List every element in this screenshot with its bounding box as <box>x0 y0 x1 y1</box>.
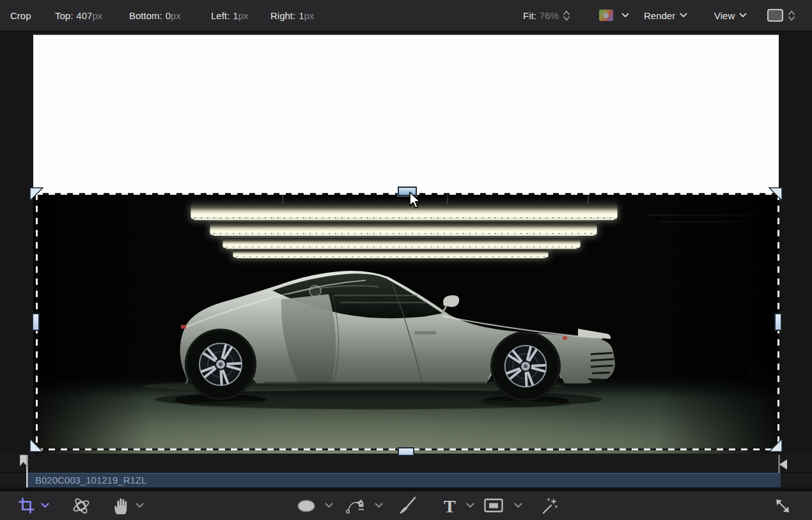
timeline-mini-strip[interactable] <box>0 454 812 473</box>
background-stepper[interactable] <box>788 0 795 31</box>
stepper-icon <box>788 10 795 21</box>
playhead-marker[interactable] <box>19 454 32 488</box>
crop-handle-bottom-right[interactable] <box>769 438 783 452</box>
canvas-background-swatch[interactable] <box>767 9 783 22</box>
clip-image-silver-car[interactable] <box>33 194 779 454</box>
channel-dot-icon <box>603 13 609 19</box>
crop-top-field[interactable]: Top: 407 px <box>55 0 102 31</box>
crop-handle-top-right[interactable] <box>769 187 783 201</box>
text-tool-icon: T <box>442 496 459 516</box>
chevron-down-icon <box>466 503 474 509</box>
expand-diagonal-icon <box>774 497 792 515</box>
clip-end-marker[interactable] <box>776 454 790 479</box>
pan-tool-menu[interactable] <box>136 491 144 520</box>
channels-menu[interactable] <box>617 0 629 31</box>
ellipse-mask-tool-button[interactable] <box>297 491 316 520</box>
crop-right-label: Right: <box>270 10 295 21</box>
crop-top-label: Top: <box>55 10 73 21</box>
view-menu-label: View <box>714 10 735 21</box>
timeline-clip-row: B020C003_101219_R1ZL <box>0 473 812 487</box>
crop-tool-menu[interactable] <box>41 491 49 520</box>
rectangle-mask-tool-button[interactable] <box>484 491 503 520</box>
crop-left-field[interactable]: Left: 1 px <box>211 0 248 31</box>
crop-right-value: 1 <box>299 10 304 21</box>
ellipse-icon <box>297 499 316 513</box>
chevron-down-icon <box>621 13 629 18</box>
svg-text:T: T <box>444 496 456 516</box>
crop-handle-bottom-center[interactable] <box>398 447 414 456</box>
crop-bottom-label: Bottom: <box>129 10 162 21</box>
rectangle-mask-icon <box>484 498 503 513</box>
crop-left-label: Left: <box>211 10 230 21</box>
crop-top-value: 407 <box>76 10 92 21</box>
timeline-clip[interactable]: B020C003_101219_R1ZL <box>27 473 781 487</box>
canvas-toolbar: T <box>0 491 812 520</box>
crop-bottom-value: 0 <box>166 10 171 21</box>
chevron-down-icon <box>136 503 144 509</box>
magic-wand-icon <box>540 496 559 516</box>
hand-icon <box>113 496 128 515</box>
hud-title: Crop <box>10 0 31 31</box>
zoom-fit-control[interactable]: Fit: 76% <box>523 0 570 31</box>
text-tool-menu[interactable] <box>466 491 474 520</box>
bezier-pen-icon <box>346 498 365 514</box>
crop-left-value: 1 <box>233 10 238 21</box>
mouse-cursor <box>409 192 423 211</box>
crop-handle-bottom-left[interactable] <box>29 438 43 452</box>
crop-icon <box>18 497 35 514</box>
render-menu-label: Render <box>644 10 675 21</box>
color-channels-swatch[interactable] <box>599 10 613 21</box>
render-menu[interactable]: Render <box>644 0 687 31</box>
orbit-3d-tool-button[interactable] <box>72 491 91 520</box>
fit-label: Fit: <box>523 10 536 21</box>
crop-handle-top-left[interactable] <box>29 187 43 201</box>
chevron-down-icon <box>514 503 522 509</box>
crop-top-unit: px <box>92 10 102 21</box>
view-menu[interactable]: View <box>714 0 747 31</box>
crop-right-unit: px <box>304 10 315 21</box>
paint-brush-icon <box>398 496 417 516</box>
chevron-down-icon <box>375 503 383 509</box>
fit-value: 76% <box>540 10 559 21</box>
crop-tool-button[interactable] <box>18 491 35 520</box>
crop-hud-bar: Crop Top: 407 px Bottom: 0 px Left: 1 px… <box>0 0 812 31</box>
chevron-down-icon <box>325 503 333 509</box>
chevron-down-icon <box>739 13 747 18</box>
crop-right-field[interactable]: Right: 1 px <box>270 0 314 31</box>
crop-handle-left-center[interactable] <box>32 313 40 331</box>
ellipse-mask-menu[interactable] <box>325 491 333 520</box>
bezier-mask-tool-button[interactable] <box>346 491 365 520</box>
crop-bottom-field[interactable]: Bottom: 0 px <box>129 0 181 31</box>
fit-stepper-icon[interactable] <box>563 10 570 21</box>
rectangle-mask-menu[interactable] <box>514 491 522 520</box>
chevron-down-icon <box>41 503 49 509</box>
paint-stroke-tool-button[interactable] <box>398 491 417 520</box>
bezier-mask-menu[interactable] <box>375 491 383 520</box>
chevron-down-icon <box>680 13 687 18</box>
crop-left-unit: px <box>238 10 249 21</box>
orbit-3d-icon <box>72 496 91 516</box>
clip-name: B020C003_101219_R1ZL <box>35 475 146 486</box>
effects-wand-button[interactable] <box>540 491 559 520</box>
project-background <box>33 34 779 194</box>
crop-handle-right-center[interactable] <box>774 313 782 331</box>
pan-tool-button[interactable] <box>113 491 128 520</box>
text-tool-button[interactable]: T <box>442 491 459 520</box>
resize-canvas-button[interactable] <box>774 491 792 520</box>
crop-bottom-unit: px <box>171 10 181 21</box>
